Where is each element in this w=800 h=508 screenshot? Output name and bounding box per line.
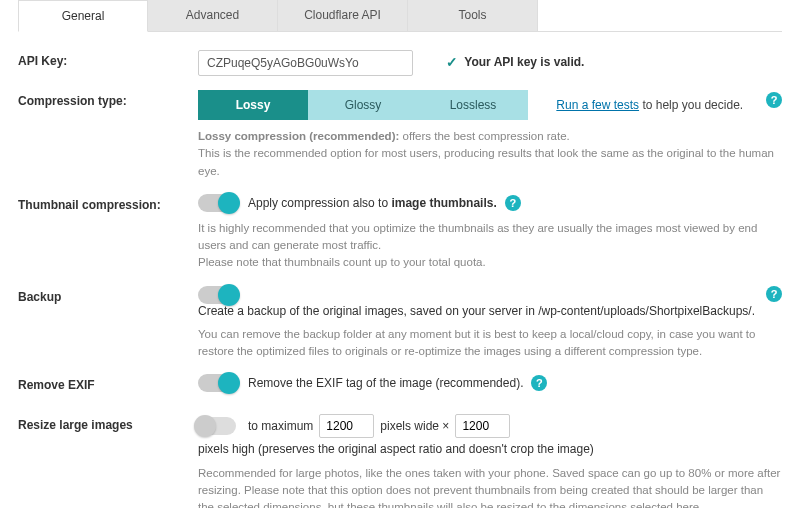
- resize-help: Recommended for large photos, like the o…: [198, 467, 780, 508]
- compression-segmented: Lossy Glossy Lossless: [198, 90, 528, 120]
- compression-help-bold: Lossy compression (recommended):: [198, 130, 399, 142]
- backup-toggle[interactable]: [198, 286, 236, 304]
- help-icon[interactable]: ?: [531, 375, 547, 391]
- thumbnail-help-1: It is highly recommended that you optimi…: [198, 222, 757, 251]
- resize-mid: pixels wide ×: [380, 415, 449, 438]
- tab-cloudflare[interactable]: Cloudflare API: [278, 0, 408, 31]
- tab-tools[interactable]: Tools: [408, 0, 538, 31]
- exif-line: Remove the EXIF tag of the image (recomm…: [248, 376, 523, 390]
- backup-label: Backup: [18, 286, 198, 318]
- api-key-valid-text: Your API key is valid.: [464, 55, 584, 69]
- help-icon[interactable]: ?: [766, 286, 782, 302]
- backup-line: Create a backup of the original images, …: [198, 304, 755, 318]
- compression-help-rest: offers the best compression rate.: [399, 130, 569, 142]
- api-key-valid: ✓ Your API key is valid.: [446, 54, 584, 70]
- api-key-label: API Key:: [18, 50, 198, 76]
- tabs: General Advanced Cloudflare API Tools: [18, 0, 782, 32]
- compression-glossy[interactable]: Glossy: [308, 90, 418, 120]
- compression-lossless[interactable]: Lossless: [418, 90, 528, 120]
- tab-general[interactable]: General: [18, 0, 148, 32]
- api-key-input[interactable]: [198, 50, 413, 76]
- tab-advanced[interactable]: Advanced: [148, 0, 278, 31]
- backup-help: You can remove the backup folder at any …: [198, 328, 755, 357]
- resize-width-input[interactable]: [319, 414, 374, 438]
- compression-lossy[interactable]: Lossy: [198, 90, 308, 120]
- resize-post: pixels high (preserves the original aspe…: [198, 438, 594, 461]
- thumbnail-line-pre: Apply compression also to: [248, 196, 388, 210]
- help-icon[interactable]: ?: [505, 195, 521, 211]
- exif-toggle[interactable]: [198, 374, 236, 392]
- resize-pre: to maximum: [248, 415, 313, 438]
- help-icon[interactable]: ?: [766, 92, 782, 108]
- run-tests-link[interactable]: Run a few tests: [556, 98, 639, 112]
- compression-type-label: Compression type:: [18, 90, 198, 180]
- resize-toggle[interactable]: [198, 417, 236, 435]
- resize-label: Resize large images: [18, 414, 198, 508]
- thumbnail-help-2: Please note that thumbnails count up to …: [198, 256, 486, 268]
- thumbnail-toggle[interactable]: [198, 194, 236, 212]
- thumbnail-label: Thumbnail compression:: [18, 194, 198, 212]
- thumbnail-line-bold: image thumbnails.: [391, 196, 496, 210]
- check-icon: ✓: [446, 54, 458, 70]
- compression-help-2: This is the recommended option for most …: [198, 147, 774, 176]
- exif-label: Remove EXIF: [18, 374, 198, 392]
- resize-height-input[interactable]: [455, 414, 510, 438]
- run-tests-text: Run a few tests to help you decide.: [556, 98, 743, 112]
